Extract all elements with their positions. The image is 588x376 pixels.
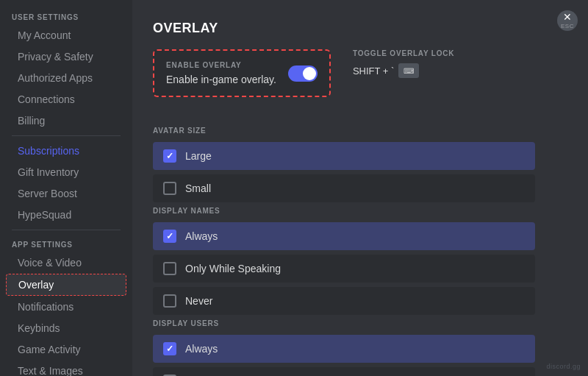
main-content: ✕ ESC Overlay ENABLE OVERLAY Enable in-g… bbox=[132, 0, 588, 376]
hotkey-display: SHIFT + ` ⌨ bbox=[353, 63, 454, 78]
sidebar-divider-2 bbox=[12, 230, 121, 230]
sidebar-divider-1 bbox=[12, 135, 121, 136]
avatar-large-checkbox[interactable] bbox=[163, 149, 176, 163]
hotkey-text: SHIFT + ` bbox=[353, 65, 394, 77]
sidebar-item-server-boost[interactable]: Server Boost bbox=[6, 183, 126, 204]
close-button[interactable]: ✕ ESC bbox=[557, 10, 578, 31]
sidebar-item-notifications[interactable]: Notifications bbox=[6, 297, 126, 317]
enable-overlay-box: ENABLE OVERLAY Enable in-game overlay. bbox=[153, 49, 331, 97]
avatar-small-row[interactable]: Small bbox=[153, 174, 535, 202]
app-settings-label: APP SETTINGS bbox=[0, 235, 132, 252]
display-users-always-checkbox[interactable] bbox=[163, 342, 176, 355]
sidebar-item-text-images[interactable]: Text & Images bbox=[6, 361, 126, 376]
page-title: Overlay bbox=[153, 21, 567, 36]
display-names-always-checkbox[interactable] bbox=[163, 230, 176, 243]
display-names-label: DISPLAY NAMES bbox=[153, 207, 567, 215]
toggle-lock-label: TOGGLE OVERLAY LOCK bbox=[353, 49, 454, 57]
display-names-always-row[interactable]: Always bbox=[153, 222, 535, 250]
display-names-never-row[interactable]: Never bbox=[153, 287, 535, 315]
display-users-always-row[interactable]: Always bbox=[153, 335, 535, 363]
sidebar-item-gift-inventory[interactable]: Gift Inventory bbox=[6, 162, 126, 182]
avatar-large-row[interactable]: Large bbox=[153, 142, 535, 170]
sidebar-item-my-account[interactable]: My Account bbox=[6, 25, 126, 46]
avatar-small-checkbox[interactable] bbox=[163, 182, 176, 195]
sidebar-item-privacy-safety[interactable]: Privacy & Safety bbox=[6, 46, 126, 67]
sidebar-item-subscriptions[interactable]: Subscriptions bbox=[6, 141, 126, 161]
avatar-size-label: AVATAR SIZE bbox=[153, 127, 567, 135]
sidebar-item-keybinds[interactable]: Keybinds bbox=[6, 318, 126, 338]
display-names-speaking-checkbox[interactable] bbox=[163, 262, 176, 275]
avatar-large-label: Large bbox=[185, 150, 212, 162]
display-users-speaking-row[interactable]: Only While Speaking bbox=[153, 367, 535, 376]
display-users-label: DISPLAY USERS bbox=[153, 319, 567, 327]
user-settings-label: USER SETTINGS bbox=[0, 7, 132, 24]
sidebar-item-overlay[interactable]: Overlay bbox=[6, 274, 126, 296]
overlay-top-row: ENABLE OVERLAY Enable in-game overlay. T… bbox=[153, 49, 567, 112]
enable-overlay-section-label: ENABLE OVERLAY bbox=[166, 61, 276, 69]
toggle-lock-section: TOGGLE OVERLAY LOCK SHIFT + ` ⌨ bbox=[353, 49, 454, 78]
sidebar-item-game-activity[interactable]: Game Activity bbox=[6, 339, 126, 360]
display-names-never-checkbox[interactable] bbox=[163, 294, 176, 308]
sidebar-item-billing[interactable]: Billing bbox=[6, 110, 126, 131]
display-names-never-label: Never bbox=[185, 295, 212, 307]
close-icon: ✕ bbox=[563, 12, 572, 22]
sidebar-item-connections[interactable]: Connections bbox=[6, 89, 126, 110]
display-names-speaking-label: Only While Speaking bbox=[185, 263, 281, 274]
enable-overlay-toggle[interactable] bbox=[288, 65, 318, 82]
sidebar-item-authorized-apps[interactable]: Authorized Apps bbox=[6, 68, 126, 88]
enable-overlay-label-group: ENABLE OVERLAY Enable in-game overlay. bbox=[166, 61, 276, 85]
display-names-always-label: Always bbox=[185, 230, 218, 242]
close-esc-label: ESC bbox=[561, 23, 574, 29]
sidebar-item-hypesquad[interactable]: HypeSquad bbox=[6, 205, 126, 225]
display-users-always-label: Always bbox=[185, 343, 218, 355]
watermark: discord.gg bbox=[546, 363, 581, 370]
display-names-speaking-row[interactable]: Only While Speaking bbox=[153, 255, 535, 283]
enable-overlay-text: Enable in-game overlay. bbox=[166, 74, 276, 85]
keyboard-icon: ⌨ bbox=[398, 63, 419, 78]
sidebar: USER SETTINGS My Account Privacy & Safet… bbox=[0, 0, 132, 376]
sidebar-item-voice-video[interactable]: Voice & Video bbox=[6, 252, 126, 273]
avatar-small-label: Small bbox=[185, 182, 211, 194]
